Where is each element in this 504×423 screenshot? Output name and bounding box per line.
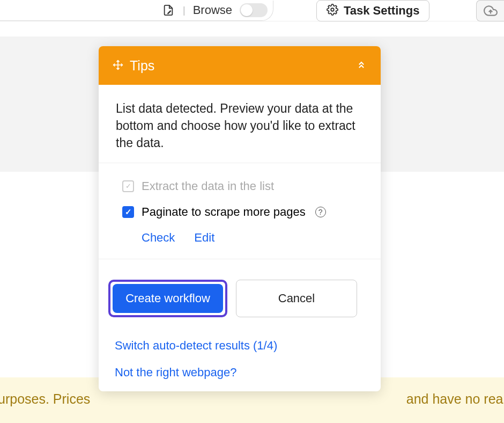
check-link[interactable]: Check — [142, 231, 175, 245]
not-right-webpage-link[interactable]: Not the right webpage? — [115, 366, 365, 380]
cancel-button[interactable]: Cancel — [236, 280, 357, 317]
create-workflow-highlight: Create workflow — [108, 280, 227, 317]
separator: | — [183, 5, 186, 16]
edit-link[interactable]: Edit — [194, 231, 214, 245]
actions-block: Create workflow Cancel Switch auto-detec… — [99, 259, 381, 391]
svg-point-0 — [331, 8, 334, 11]
checkbox-extract: ✓ — [122, 180, 134, 192]
option-extract-row: ✓ Extract the data in the list — [116, 179, 364, 193]
task-settings-button[interactable]: Task Settings — [316, 0, 429, 21]
paginate-link-row: Check Edit — [116, 231, 364, 245]
tips-title: Tips — [130, 58, 154, 74]
checkbox-paginate[interactable]: ✓ — [122, 206, 134, 218]
create-workflow-button[interactable]: Create workflow — [113, 284, 223, 313]
browse-toggle[interactable] — [240, 3, 268, 17]
tips-panel: Tips List data detected. Preview your da… — [99, 46, 381, 391]
url-bar-region: | Browse — [0, 1, 273, 21]
option-paginate-row[interactable]: ✓ Paginate to scrape more pages ? — [116, 205, 364, 219]
tips-body-text: List data detected. Preview your data at… — [99, 85, 381, 163]
gear-icon — [327, 4, 338, 17]
document-edit-icon[interactable] — [161, 3, 175, 17]
switch-results-link[interactable]: Switch auto-detect results (1/4) — [115, 339, 365, 353]
toggle-knob — [241, 4, 253, 16]
browse-mode-label: Browse — [193, 3, 232, 17]
cloud-upload-button[interactable] — [476, 0, 504, 21]
collapse-icon[interactable] — [356, 58, 367, 74]
options-block: ✓ Extract the data in the list ✓ Paginat… — [99, 163, 381, 259]
top-toolbar: | Browse Task Settings — [0, 0, 504, 21]
disclaimer-right-text: and have no real — [406, 391, 504, 407]
tips-header[interactable]: Tips — [99, 46, 381, 85]
option-paginate-label: Paginate to scrape more pages — [142, 205, 306, 219]
move-icon — [113, 58, 123, 74]
task-settings-label: Task Settings — [344, 4, 419, 18]
disclaimer-left-text: urposes. Prices — [0, 391, 90, 407]
help-icon[interactable]: ? — [315, 207, 326, 217]
option-extract-label: Extract the data in the list — [142, 179, 274, 193]
